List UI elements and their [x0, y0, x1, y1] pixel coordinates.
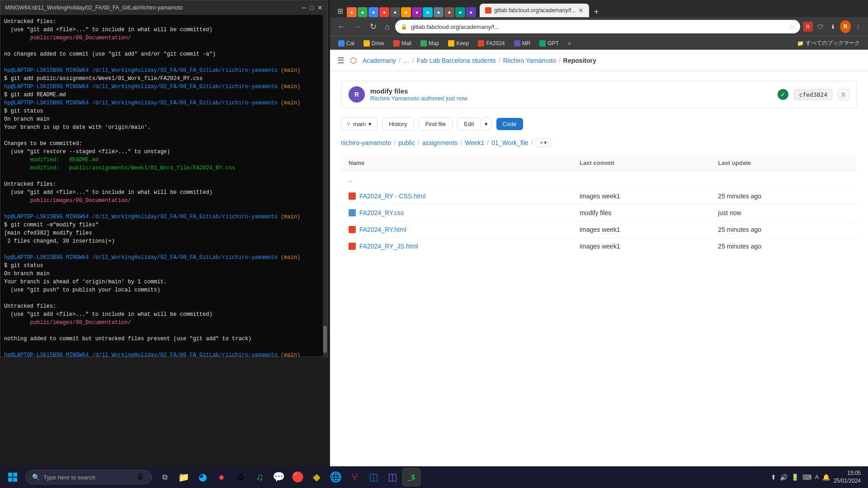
- chrome-icon[interactable]: 🌐: [326, 468, 344, 486]
- breadcrumb-ellipsis[interactable]: …: [403, 57, 410, 64]
- browser-ext-icon-1[interactable]: ●: [347, 7, 357, 17]
- edge-icon[interactable]: ◕: [193, 468, 212, 486]
- terminal-minimize-btn[interactable]: ─: [302, 4, 307, 11]
- browser-ext-icon-5[interactable]: ●: [390, 7, 400, 17]
- file-link-js-html[interactable]: FA2024_RY_JS.html: [359, 243, 418, 250]
- tab-grid-icon[interactable]: ⊞: [335, 5, 345, 17]
- terminal-scrollbar-track[interactable]: [323, 15, 327, 357]
- terminal-line: [4, 327, 324, 335]
- bookmark-gpt[interactable]: GPT: [536, 39, 562, 48]
- spotify-icon[interactable]: ♫: [250, 468, 269, 486]
- ime-icon[interactable]: A: [815, 474, 819, 480]
- table-row-css[interactable]: FA2024_RY.css modify files just now: [341, 205, 857, 221]
- terminal-close-btn[interactable]: ✕: [317, 4, 323, 11]
- bookmark-mr[interactable]: MR: [510, 39, 534, 48]
- path-assignments[interactable]: assignments: [422, 139, 458, 146]
- settings-icon[interactable]: ⚙: [231, 468, 250, 486]
- find-file-button[interactable]: Find file: [419, 117, 453, 131]
- breadcrumb-academany[interactable]: Academany: [363, 57, 396, 64]
- star-icon[interactable]: ☆: [789, 23, 795, 30]
- bookmark-keep[interactable]: Keep: [444, 39, 472, 48]
- history-button[interactable]: History: [382, 117, 414, 131]
- volume-icon[interactable]: 🔊: [780, 474, 788, 481]
- new-tab-btn[interactable]: +: [589, 7, 604, 17]
- network-icon[interactable]: ⬆: [771, 474, 776, 481]
- vscode2-icon[interactable]: ◫: [383, 468, 401, 486]
- bookmark-drive[interactable]: Drive: [360, 39, 388, 48]
- commit-hash[interactable]: cfed3824: [794, 89, 832, 100]
- browser-ext-icon-2[interactable]: ●: [358, 7, 368, 17]
- back-btn[interactable]: ←: [335, 20, 348, 33]
- home-btn[interactable]: ⌂: [382, 20, 392, 33]
- app-icon-9[interactable]: ◆: [307, 468, 326, 486]
- address-text[interactable]: gitlab.fabcloud.org/academany/f...: [411, 23, 785, 30]
- path-01workfile[interactable]: 01_Work_file: [491, 139, 528, 146]
- terminal-maximize-btn[interactable]: □: [310, 4, 314, 11]
- table-row-js-html[interactable]: FA2024_RY_JS.html images week1 25 minute…: [341, 238, 857, 255]
- taskview-icon[interactable]: ⧉: [156, 468, 174, 486]
- commit-author-name[interactable]: Riichiro Yamamoto: [370, 95, 420, 102]
- app-icon-3[interactable]: ●: [212, 468, 231, 486]
- browser-ext-icon-9[interactable]: ●: [434, 7, 443, 17]
- file-link-css[interactable]: FA2024_RY.css: [359, 209, 404, 216]
- shield-icon[interactable]: 🛡: [815, 21, 826, 32]
- bookmark-cal[interactable]: Cal: [335, 39, 358, 48]
- menu-icon[interactable]: ⋮: [853, 21, 863, 32]
- start-button[interactable]: [0, 466, 25, 488]
- browser-ext-icon-10[interactable]: ●: [444, 7, 454, 17]
- tab-close-btn[interactable]: ✕: [578, 7, 584, 14]
- path-public[interactable]: public: [398, 139, 415, 146]
- bookmark-fa2024[interactable]: FA2024: [474, 39, 508, 48]
- add-path-btn[interactable]: + ▾: [536, 138, 552, 147]
- parent-dir-link[interactable]: ..: [349, 176, 352, 183]
- breadcrumb-fablabbcn[interactable]: Fab Lab Barcelona students: [417, 57, 496, 64]
- browser-ext-icon-7[interactable]: ●: [412, 7, 422, 17]
- profile-icon[interactable]: R: [840, 21, 851, 32]
- file-link-html[interactable]: FA2024_RY.html: [359, 226, 406, 233]
- browser-ext-icon-6[interactable]: ●: [401, 7, 411, 17]
- taskbar-search-box[interactable]: 🔍 Type here to search 🎙: [25, 470, 152, 484]
- terminal-body[interactable]: Untracked files: (use "git add <file>...…: [0, 15, 327, 357]
- browser-ext-icon-8[interactable]: ●: [423, 7, 433, 17]
- keyboard-icon[interactable]: ⌨: [802, 474, 811, 481]
- terminal-scrollbar-thumb[interactable]: [323, 326, 327, 353]
- bookmark-map[interactable]: Map: [417, 39, 443, 48]
- bookmarks-more-btn[interactable]: »: [564, 39, 575, 48]
- table-row-css-html[interactable]: FA2024_RY - CSS.html images week1 25 min…: [341, 188, 857, 205]
- table-row-html[interactable]: FA2024_RY.html images week1 25 minutes a…: [341, 221, 857, 238]
- path-riichiro[interactable]: riichiro-yamamoto: [341, 139, 391, 146]
- edit-button[interactable]: Edit: [457, 117, 481, 131]
- bookmark-mail[interactable]: Mail: [390, 39, 415, 48]
- refresh-btn[interactable]: ↻: [367, 20, 379, 33]
- browser-active-tab[interactable]: gitlab.fabcloud.org/academany/f... ✕: [480, 4, 589, 17]
- forward-btn[interactable]: →: [351, 20, 364, 33]
- path-week1[interactable]: Week1: [465, 139, 484, 146]
- taskbar-clock[interactable]: 15:05 25/01/2024: [834, 469, 861, 485]
- browser-ext-icon-4[interactable]: ●: [379, 7, 389, 17]
- breadcrumb-riichiro[interactable]: Riichiro Yamamoto: [503, 57, 556, 64]
- explorer-icon[interactable]: 📁: [175, 468, 193, 486]
- app-icon-8[interactable]: 🔴: [288, 468, 307, 486]
- breadcrumb: Academany / … / Fab Lab Barcelona studen…: [363, 57, 596, 64]
- download-icon[interactable]: ⬇: [827, 21, 838, 32]
- address-bar[interactable]: 🔒 gitlab.fabcloud.org/academany/f... ☆: [395, 20, 800, 33]
- browser-toolbar: ← → ↻ ⌂ 🔒 gitlab.fabcloud.org/academany/…: [330, 17, 868, 36]
- extensions-icon[interactable]: R: [803, 22, 813, 32]
- branch-selector[interactable]: ⑂ main ▾: [341, 117, 377, 131]
- gitlab-logo[interactable]: ⬡: [350, 56, 357, 66]
- git-icon[interactable]: ⑂: [345, 468, 363, 486]
- sidebar-toggle-icon[interactable]: ☰: [337, 56, 344, 66]
- edit-dropdown-btn[interactable]: ▾: [481, 117, 492, 131]
- line-icon[interactable]: 💬: [269, 468, 288, 486]
- browser-ext-icon-11[interactable]: ●: [455, 7, 465, 17]
- copy-hash-btn[interactable]: ⎘: [838, 89, 849, 100]
- notification-icon[interactable]: 🔔: [822, 474, 830, 481]
- browser-ext-icon-3[interactable]: ●: [368, 7, 378, 17]
- vscode-icon[interactable]: ◫: [364, 468, 382, 486]
- app-icon-terminal[interactable]: _$: [402, 468, 420, 486]
- browser-ext-icon-12[interactable]: ●: [466, 7, 476, 17]
- file-link-css-html[interactable]: FA2024_RY - CSS.html: [359, 192, 426, 200]
- commit-message[interactable]: modify files: [370, 87, 772, 95]
- code-button[interactable]: Code: [496, 118, 523, 130]
- bookmarks-folder-btn[interactable]: 📁 すべてのブックマーク: [793, 38, 863, 48]
